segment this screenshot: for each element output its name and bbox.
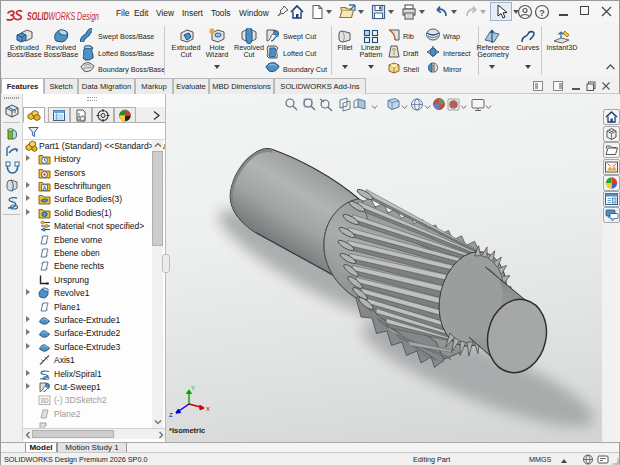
svg-text:3D: 3D [40,397,49,404]
svg-text:Y: Y [191,386,195,391]
svg-text:Z: Z [169,412,173,418]
svg-text:?: ? [539,7,545,18]
svg-text:X: X [206,406,210,412]
svg-text:SOLIDWORKS Design: SOLIDWORKS Design [27,11,99,22]
svg-text:A: A [43,185,47,191]
